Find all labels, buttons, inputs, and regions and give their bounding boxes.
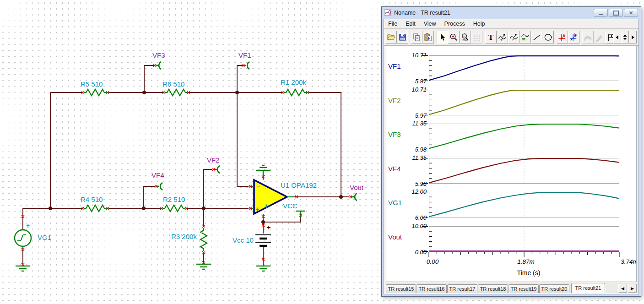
open-folder-button[interactable] [385, 31, 397, 43]
result-tab-tr-result16[interactable]: TR result16 [417, 284, 447, 293]
plot-area-vg1[interactable] [429, 192, 619, 217]
resistor-r5[interactable] [84, 89, 107, 96]
source-vg1[interactable] [15, 230, 31, 246]
svg-text:=: = [526, 38, 528, 41]
ground-opamp-top[interactable] [256, 165, 271, 175]
probe-vf1[interactable] [244, 62, 249, 69]
label-r5[interactable]: R5 510 [81, 80, 103, 88]
ground-vg1[interactable] [16, 266, 30, 271]
minimize-button[interactable] [594, 9, 608, 17]
ellipse-tool-button[interactable] [542, 31, 554, 43]
svg-text:100%: 100% [461, 38, 468, 41]
label-vcc-battery[interactable]: Vcc 10 [233, 236, 254, 244]
nav-left-button[interactable] [613, 31, 621, 43]
result-tab-tr-result19[interactable]: TR result19 [509, 284, 539, 293]
resistor-r6[interactable] [165, 89, 188, 96]
curve-label-vf3[interactable]: VF3 [388, 130, 401, 138]
label-u1[interactable]: U1 OPA192 [281, 181, 317, 189]
paste-button[interactable] [422, 31, 434, 43]
plot-area-vf2[interactable] [429, 90, 619, 115]
legend-tool-button[interactable]: = [520, 31, 531, 43]
label-vf2[interactable]: VF2 [207, 156, 220, 164]
menu-view[interactable]: View [420, 20, 440, 28]
ymax-label: 10.71 [386, 86, 427, 93]
svg-text:a: a [563, 33, 565, 38]
resistor-r3[interactable] [200, 228, 207, 251]
curve-label-vout[interactable]: Vout [388, 233, 402, 241]
tab-scroll-left[interactable]: ◀ [618, 284, 627, 293]
app-icon [384, 9, 392, 16]
marker-t-button[interactable]: T [497, 31, 508, 43]
label-r1[interactable]: R1 200k [281, 78, 306, 86]
battery-vcc[interactable] [255, 235, 271, 246]
result-tab-tr-result18[interactable]: TR result18 [478, 284, 508, 293]
resistor-r2[interactable] [162, 205, 185, 212]
probe-vf3[interactable] [156, 62, 161, 69]
plot-row-vg1: VG112.006.00 [386, 192, 633, 217]
label-r4[interactable]: R4 510 [81, 195, 103, 203]
label-vf3[interactable]: VF3 [152, 51, 165, 59]
plot-area-vf4[interactable] [429, 158, 619, 184]
result-tab-tr-result17[interactable]: TR result17 [447, 284, 477, 293]
label-vg1[interactable]: VG1 [38, 233, 51, 241]
plot-row-vf4: VF411.355.98 [386, 158, 633, 184]
cursor-b-button[interactable]: b [568, 31, 579, 43]
battery-plus-sign[interactable]: + [267, 224, 271, 231]
label-r3[interactable]: R3 200k [171, 233, 197, 240]
result-tab-tr-result20[interactable]: TR result20 [539, 284, 569, 293]
curve-label-vf1[interactable]: VF1 [388, 62, 401, 70]
label-vout[interactable]: Vout [350, 184, 363, 191]
label-r6[interactable]: R6 510 [162, 80, 184, 88]
probe-vf2[interactable] [214, 166, 220, 173]
tina-desktop: { "schematic": { "labels": [ {"text":"R5… [0, 0, 644, 304]
label-r2[interactable]: R2 510 [163, 195, 185, 203]
result-tab-tr-result21[interactable]: TR result21 [571, 283, 605, 293]
zoom-in-button[interactable] [448, 31, 460, 43]
text-tool-button[interactable]: T [485, 31, 497, 43]
tr-result-window[interactable]: Noname - TR result21 ✕ FileEditViewProce… [381, 6, 641, 297]
plot-area-vf1[interactable] [429, 55, 619, 81]
resistor-r1[interactable] [284, 89, 307, 96]
x-tick-label: 3.74m [621, 258, 637, 265]
plot-row-vf1: VF110.715.97 [386, 55, 633, 81]
plot-area-vf3[interactable] [429, 124, 619, 149]
marker-q-button[interactable]: ? [508, 31, 520, 43]
ground-battery[interactable] [256, 266, 271, 271]
ymax-label: 11.35 [386, 154, 427, 161]
save-button[interactable] [397, 31, 408, 43]
label-vf4[interactable]: VF4 [152, 171, 164, 179]
plot-area-vout[interactable] [429, 226, 619, 252]
cursor-button[interactable] [437, 31, 448, 43]
menu-help[interactable]: Help [469, 20, 489, 28]
nav-spinner-button[interactable] [621, 31, 629, 43]
vg1-plus-sign[interactable]: + [26, 222, 30, 229]
line-tool-button[interactable] [531, 31, 542, 43]
probe-vout[interactable] [351, 193, 357, 201]
x-axis-title: Time (s) [517, 269, 541, 277]
cursor-a-button[interactable]: a [557, 31, 568, 43]
close-button[interactable]: ✕ [624, 9, 638, 17]
copy-button[interactable] [411, 31, 422, 43]
label-vf1[interactable]: VF1 [238, 51, 251, 59]
ground-r3[interactable] [196, 264, 211, 269]
label-vcc-jumper[interactable]: VCC [283, 202, 298, 210]
diagram-client-area[interactable]: VF110.715.97VF210.715.97VF311.355.98VF41… [386, 45, 637, 282]
probe-vf4[interactable] [157, 183, 162, 190]
schematic-canvas[interactable]: − + + [0, 0, 381, 304]
toolbar: 100%TT?=ab [384, 29, 639, 46]
menu-edit[interactable]: Edit [401, 20, 420, 28]
zoom-out-100-button[interactable]: 100% [460, 31, 471, 43]
nav-right-button[interactable] [629, 31, 637, 43]
resistor-r4[interactable] [84, 205, 107, 212]
vcc-jumper[interactable] [296, 211, 305, 217]
menu-file[interactable]: File [384, 20, 401, 28]
curve-label-vf4[interactable]: VF4 [388, 165, 401, 173]
tab-scroll-right[interactable]: ▶ [628, 284, 637, 293]
titlebar[interactable]: Noname - TR result21 ✕ [384, 7, 639, 19]
waves-button [582, 31, 594, 43]
menu-process[interactable]: Process [440, 20, 469, 28]
curve-label-vf2[interactable]: VF2 [388, 97, 401, 104]
result-tab-tr-result15[interactable]: TR result15 [386, 284, 416, 293]
maximize-button[interactable] [609, 9, 623, 17]
curve-label-vg1[interactable]: VG1 [388, 199, 402, 206]
